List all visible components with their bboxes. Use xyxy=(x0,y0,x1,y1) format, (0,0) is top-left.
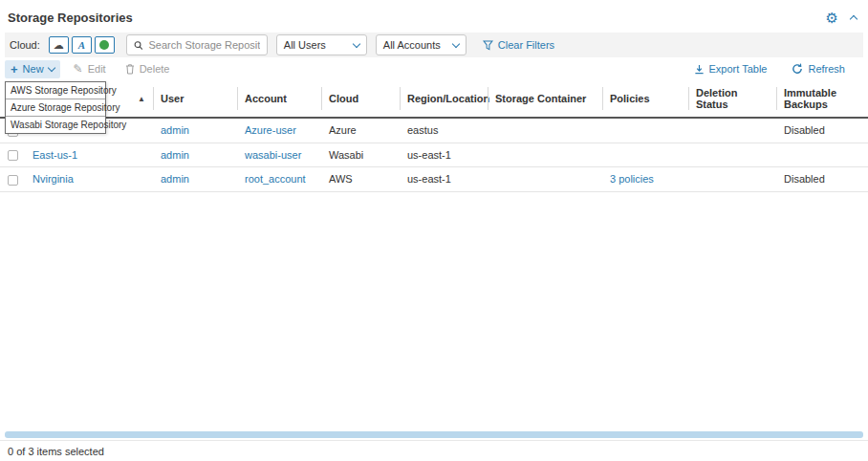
aws-cloud-filter-button[interactable]: ☁ xyxy=(49,36,69,54)
menu-item-azure-storage-repository[interactable]: Azure Storage Repository xyxy=(6,99,105,117)
settings-gear-icon[interactable]: ⚙ xyxy=(826,11,838,25)
column-header-region[interactable]: Region/Location xyxy=(400,80,488,118)
refresh-button[interactable]: Refresh xyxy=(786,60,851,77)
column-header-storage-container[interactable]: Storage Container xyxy=(488,80,602,118)
user-link[interactable]: admin xyxy=(161,124,189,136)
search-input[interactable] xyxy=(148,39,259,51)
chevron-down-icon xyxy=(47,64,54,72)
cloud-value: Wasabi xyxy=(329,149,363,161)
column-header-user[interactable]: User xyxy=(153,80,237,118)
horizontal-scrollbar[interactable] xyxy=(5,431,863,438)
funnel-icon xyxy=(483,40,493,51)
cloud-filter-buttons: ☁ A xyxy=(49,36,115,54)
delete-button[interactable]: Delete xyxy=(119,60,176,77)
region-value: eastus xyxy=(407,124,438,136)
column-header-deletion-status[interactable]: Deletion Status xyxy=(688,80,776,118)
menu-item-wasabi-storage-repository[interactable]: Wasabi Storage Repository xyxy=(6,117,105,133)
storage-repositories-table: Name ▲ User Account Cloud Region/Locatio… xyxy=(0,80,868,192)
azure-cloud-icon: A xyxy=(78,40,85,51)
refresh-icon xyxy=(792,63,803,75)
column-header-policies[interactable]: Policies xyxy=(602,80,688,118)
wasabi-cloud-icon xyxy=(99,40,109,50)
azure-cloud-filter-button[interactable]: A xyxy=(72,36,92,54)
wasabi-cloud-filter-button[interactable] xyxy=(95,36,115,54)
new-button[interactable]: + New xyxy=(5,60,60,78)
clear-filters-button[interactable]: Clear Filters xyxy=(483,39,554,51)
sort-ascending-icon[interactable]: ▲ xyxy=(138,95,145,103)
immutable-backups-value: Disabled xyxy=(784,124,825,136)
page-title: Storage Repositories xyxy=(8,11,133,25)
header-icons: ⚙ xyxy=(826,11,857,25)
cloud-filter-label: Cloud: xyxy=(10,39,40,51)
cloud-value: AWS xyxy=(329,173,353,185)
users-filter-select[interactable]: All Users xyxy=(276,34,367,55)
chevron-down-icon xyxy=(452,40,460,48)
trash-icon xyxy=(125,63,135,75)
immutable-backups-value: Disabled xyxy=(784,173,825,185)
column-header-immutable-backups[interactable]: Immutable Backups xyxy=(776,80,868,118)
refresh-label: Refresh xyxy=(808,63,845,75)
new-button-label: New xyxy=(23,63,44,75)
search-box xyxy=(126,34,268,55)
export-table-button[interactable]: Export Table xyxy=(688,60,773,77)
account-link[interactable]: wasabi-user xyxy=(245,149,301,161)
clear-filters-label: Clear Filters xyxy=(498,39,554,51)
table-row: Nvirginia admin root_account AWS us-east… xyxy=(0,167,868,192)
new-menu: AWS Storage Repository Azure Storage Rep… xyxy=(5,81,106,134)
edit-button-label: Edit xyxy=(88,63,106,75)
policies-link[interactable]: 3 policies xyxy=(610,173,654,185)
selection-count: 0 of 3 items selected xyxy=(8,446,104,457)
search-icon xyxy=(134,40,143,51)
edit-pencil-icon: ✎ xyxy=(74,63,83,75)
region-value: us-east-1 xyxy=(407,173,451,185)
delete-button-label: Delete xyxy=(140,63,170,75)
collapse-chevron-up-icon[interactable] xyxy=(850,15,857,23)
row-checkbox[interactable] xyxy=(8,150,18,161)
menu-item-aws-storage-repository[interactable]: AWS Storage Repository xyxy=(6,82,105,99)
accounts-filter-value: All Accounts xyxy=(383,39,441,51)
account-link[interactable]: Azure-user xyxy=(245,124,296,136)
page-header: Storage Repositories ⚙ xyxy=(0,0,868,33)
edit-button[interactable]: ✎ Edit xyxy=(68,60,112,77)
user-link[interactable]: admin xyxy=(161,149,189,161)
cloud-value: Azure xyxy=(329,124,357,136)
region-value: us-east-1 xyxy=(407,149,451,161)
export-table-label: Export Table xyxy=(709,63,768,75)
aws-cloud-icon: ☁ xyxy=(54,40,64,51)
column-header-cloud[interactable]: Cloud xyxy=(321,80,400,118)
status-bar: 0 of 3 items selected xyxy=(0,440,868,461)
chevron-down-icon xyxy=(353,40,360,48)
storage-repositories-page: Storage Repositories ⚙ Cloud: ☁ A All Us… xyxy=(0,0,868,461)
table-row: admin Azure-user Azure eastus Disabled xyxy=(0,118,868,143)
repository-name-link[interactable]: Nvirginia xyxy=(33,173,74,185)
table-header-row: Name ▲ User Account Cloud Region/Locatio… xyxy=(0,80,868,118)
account-link[interactable]: root_account xyxy=(245,173,306,185)
accounts-filter-select[interactable]: All Accounts xyxy=(376,34,467,55)
filter-bar: Cloud: ☁ A All Users All Accounts C xyxy=(5,33,863,57)
table-row: East-us-1 admin wasabi-user Wasabi us-ea… xyxy=(0,143,868,167)
row-checkbox[interactable] xyxy=(8,175,18,186)
column-header-account[interactable]: Account xyxy=(237,80,321,118)
users-filter-value: All Users xyxy=(284,39,326,51)
repository-name-link[interactable]: East-us-1 xyxy=(33,149,77,161)
download-icon xyxy=(694,64,705,75)
plus-icon: + xyxy=(11,63,18,76)
user-link[interactable]: admin xyxy=(161,173,189,185)
toolbar: + New ✎ Edit Delete Export Table Refresh xyxy=(0,57,868,80)
toolbar-right: Export Table Refresh xyxy=(688,60,860,77)
